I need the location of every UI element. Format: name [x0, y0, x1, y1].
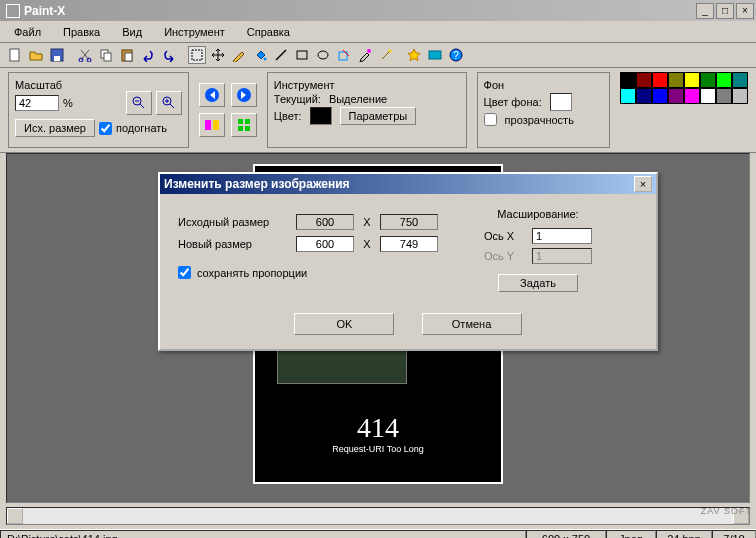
minimize-button[interactable]: _: [696, 3, 714, 19]
palette-color[interactable]: [636, 72, 652, 88]
title-bar: Paint-X _ □ ×: [0, 0, 756, 21]
effects-icon[interactable]: [426, 46, 444, 64]
eyedrop-icon[interactable]: [356, 46, 374, 64]
palette-color[interactable]: [636, 88, 652, 104]
svg-rect-30: [213, 120, 219, 130]
nav-first-button[interactable]: [199, 83, 225, 107]
redo-icon[interactable]: [160, 46, 178, 64]
undo-icon[interactable]: [139, 46, 157, 64]
svg-point-16: [367, 49, 371, 53]
tool-color-swatch[interactable]: [310, 107, 332, 125]
transparency-label: прозрачность: [505, 114, 574, 126]
paste-icon[interactable]: [118, 46, 136, 64]
window-controls: _ □ ×: [696, 3, 754, 19]
rect-icon[interactable]: [293, 46, 311, 64]
palette-color[interactable]: [700, 88, 716, 104]
save-icon[interactable]: [48, 46, 66, 64]
horizontal-scrollbar[interactable]: [6, 507, 750, 525]
app-icon: [6, 4, 20, 18]
palette-color[interactable]: [620, 72, 636, 88]
fit-label: подогнать: [116, 122, 167, 134]
palette-color[interactable]: [668, 72, 684, 88]
keep-ratio-label: сохранять пропорции: [197, 267, 307, 279]
fill-icon[interactable]: [251, 46, 269, 64]
zoom-in-button[interactable]: [156, 91, 182, 115]
palette-color[interactable]: [732, 88, 748, 104]
tool-params-button[interactable]: Параметры: [340, 107, 417, 125]
svg-rect-31: [238, 119, 243, 124]
palette-color[interactable]: [652, 72, 668, 88]
dialog-close-button[interactable]: ×: [634, 176, 652, 192]
scroll-track[interactable]: [23, 508, 733, 524]
set-button[interactable]: Задать: [498, 274, 578, 292]
svg-rect-9: [192, 50, 202, 60]
scroll-left-arrow[interactable]: [7, 508, 23, 524]
zoom-percent: %: [63, 97, 73, 109]
svg-rect-33: [238, 126, 243, 131]
ok-button[interactable]: OK: [294, 313, 394, 335]
keep-ratio-checkbox[interactable]: [178, 266, 191, 279]
fit-checkbox[interactable]: [99, 122, 112, 135]
clear-icon[interactable]: [335, 46, 353, 64]
svg-point-13: [318, 51, 328, 59]
svg-rect-0: [10, 49, 19, 61]
menu-help[interactable]: Справка: [237, 24, 300, 40]
current-tool-value: Выделение: [329, 93, 387, 105]
color-palette: [620, 72, 748, 148]
palette-color[interactable]: [668, 88, 684, 104]
select-rect-icon[interactable]: [188, 46, 206, 64]
watermark: ZAV SOFT: [701, 506, 752, 516]
svg-line-24: [170, 104, 174, 108]
nav-split-button[interactable]: [199, 113, 225, 137]
zoom-panel: Масштаб % Исх. размер подогнать: [8, 72, 189, 148]
bg-color-label: Цвет фона:: [484, 96, 542, 108]
new-width-input[interactable]: [296, 236, 354, 252]
maximize-button[interactable]: □: [716, 3, 734, 19]
transparency-checkbox[interactable]: [484, 113, 497, 126]
palette-color[interactable]: [732, 72, 748, 88]
status-path: D:\Picture\cats\414.jpg: [0, 530, 526, 538]
zoom-input[interactable]: [15, 95, 59, 111]
palette-color[interactable]: [684, 88, 700, 104]
copy-icon[interactable]: [97, 46, 115, 64]
wand-icon[interactable]: [377, 46, 395, 64]
ellipse-icon[interactable]: [314, 46, 332, 64]
palette-color[interactable]: [716, 88, 732, 104]
bg-color-swatch[interactable]: [550, 93, 572, 111]
star-icon[interactable]: [405, 46, 423, 64]
close-button[interactable]: ×: [736, 3, 754, 19]
new-height-input[interactable]: [380, 236, 438, 252]
scale-x-input[interactable]: [532, 228, 592, 244]
nav-next-button[interactable]: [231, 83, 257, 107]
nav-grid-button[interactable]: [231, 113, 257, 137]
line-icon[interactable]: [272, 46, 290, 64]
menu-tool[interactable]: Инструмент: [154, 24, 235, 40]
orig-height-input: [380, 214, 438, 230]
app-title: Paint-X: [24, 4, 696, 18]
menu-edit[interactable]: Правка: [53, 24, 110, 40]
axis-y-label: Ось Y: [484, 250, 524, 262]
cancel-button[interactable]: Отмена: [422, 313, 522, 335]
zoom-out-button[interactable]: [126, 91, 152, 115]
palette-color[interactable]: [716, 72, 732, 88]
palette-color[interactable]: [652, 88, 668, 104]
new-icon[interactable]: [6, 46, 24, 64]
move-icon[interactable]: [209, 46, 227, 64]
pencil-icon[interactable]: [230, 46, 248, 64]
svg-rect-12: [297, 51, 307, 59]
cut-icon[interactable]: [76, 46, 94, 64]
dialog-title-bar[interactable]: Изменить размер изображения ×: [160, 174, 656, 194]
palette-color[interactable]: [700, 72, 716, 88]
menu-view[interactable]: Вид: [112, 24, 152, 40]
new-size-label: Новый размер: [178, 238, 288, 250]
zoom-legend: Масштаб: [15, 79, 182, 91]
open-icon[interactable]: [27, 46, 45, 64]
zoom-reset-button[interactable]: Исх. размер: [15, 119, 95, 137]
palette-color[interactable]: [684, 72, 700, 88]
help-icon[interactable]: ?: [447, 46, 465, 64]
x-separator: X: [362, 238, 372, 250]
panels-row: Масштаб % Исх. размер подогнать Инструме…: [0, 68, 756, 153]
menu-file[interactable]: Файл: [4, 24, 51, 40]
palette-color[interactable]: [620, 88, 636, 104]
svg-rect-34: [245, 126, 250, 131]
